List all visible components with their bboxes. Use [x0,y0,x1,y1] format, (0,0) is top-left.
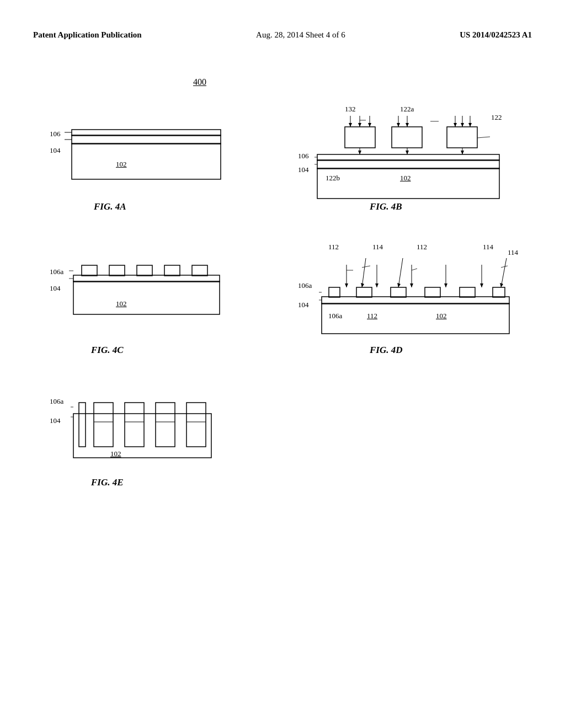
svg-marker-22 [406,123,409,127]
patent-page: Patent Application Publication Aug. 28, … [0,0,565,728]
svg-marker-56 [345,283,348,287]
svg-rect-53 [460,287,475,297]
fig4b-diagram [315,116,524,204]
svg-marker-16 [368,123,371,127]
svg-rect-1 [72,135,221,144]
svg-line-74 [501,266,508,267]
svg-rect-38 [73,281,220,314]
fig4e-ref104: 104 [50,416,61,425]
svg-rect-47 [322,303,509,334]
fig4c-ref104: 104 [50,284,61,293]
svg-rect-10 [447,127,477,148]
fig4a-ref106: 106 [50,130,61,138]
svg-rect-83 [156,403,175,447]
svg-marker-30 [468,123,472,127]
fig4c-ref106a: 106a [50,267,63,276]
fig4d-ref112-a: 112 [328,243,339,251]
svg-marker-66 [361,283,364,287]
svg-marker-26 [454,123,457,127]
fig4a-title: FIG. 4A [94,201,126,212]
fig4d-ref114-b: 114 [483,243,493,251]
svg-rect-44 [192,265,207,276]
svg-rect-54 [493,287,505,297]
fig4d-ref112-b: 112 [417,243,427,251]
fig4d-ref104: 104 [298,301,309,309]
svg-rect-48 [322,297,509,304]
fig4c-title: FIG. 4C [91,345,124,356]
svg-marker-58 [375,283,379,287]
header-patent-number: US 2014/0242523 A1 [460,30,532,40]
svg-marker-62 [444,283,447,287]
svg-marker-60 [410,283,413,287]
fig4b-container: 132 122a 122 106 104 122b 102 [298,105,541,226]
fig4e-ref106a: 106a [50,397,63,406]
svg-line-72 [362,266,370,267]
fig4b-ref104: 104 [298,165,309,174]
svg-rect-78 [79,403,86,447]
svg-rect-0 [72,143,221,179]
fig4d-ref114-a: 114 [372,243,383,251]
fig4e-diagram [71,392,225,469]
svg-line-73 [412,269,417,270]
svg-line-67 [398,258,403,287]
fig4a-diagram [69,110,234,193]
fig4a-container: 106 104 102 FIG. 4A [50,105,237,226]
fig4b-title: FIG. 4B [370,201,402,212]
svg-marker-70 [500,283,503,287]
svg-marker-68 [397,283,401,287]
svg-rect-39 [73,275,220,282]
page-header: Patent Application Publication Aug. 28, … [33,30,532,40]
svg-rect-85 [186,403,206,447]
svg-rect-6 [317,160,499,169]
fig4c-container: 106a 104 102 [50,248,237,370]
header-publication-type: Patent Application Publication [33,30,142,40]
fig4b-ref106: 106 [298,152,309,160]
svg-rect-51 [391,287,406,297]
svg-rect-5 [317,168,499,199]
svg-rect-42 [137,265,152,276]
svg-marker-64 [480,283,483,287]
fig4d-title: FIG. 4D [370,345,403,356]
svg-rect-49 [329,287,340,297]
svg-rect-81 [125,403,144,447]
fig4d-container: 112 114 112 114 114 106a 104 106a 112 10… [298,243,541,370]
svg-marker-24 [406,151,409,154]
svg-rect-50 [356,287,372,297]
svg-rect-43 [164,265,180,276]
svg-marker-14 [358,123,361,127]
svg-rect-9 [392,127,422,148]
header-date-sheet: Aug. 28, 2014 Sheet 4 of 6 [256,30,345,40]
svg-marker-32 [461,151,464,154]
svg-rect-52 [425,287,440,297]
svg-marker-18 [358,151,361,154]
fig4b-ref132: 132 [345,105,356,114]
svg-rect-8 [345,127,375,148]
svg-marker-20 [397,123,400,127]
svg-line-69 [501,258,507,287]
fig4c-diagram [71,251,231,334]
svg-line-35 [477,137,490,138]
fig4d-diagram [319,254,529,342]
fig4b-ref122a: 122a [400,105,414,114]
svg-rect-79 [94,403,113,447]
svg-marker-12 [349,123,352,127]
fig4d-ref106a: 106a [298,281,312,290]
fig4e-container: 106a 104 102 [50,392,237,513]
svg-marker-28 [461,123,464,127]
main-content: 400 106 104 102 FIG. 4A [33,77,532,695]
svg-line-65 [362,258,366,287]
svg-rect-41 [109,265,125,276]
fig4a-ref104: 104 [50,146,61,155]
svg-rect-40 [82,265,97,276]
fig400-label: 400 [193,77,206,87]
fig4e-title: FIG. 4E [91,477,124,488]
